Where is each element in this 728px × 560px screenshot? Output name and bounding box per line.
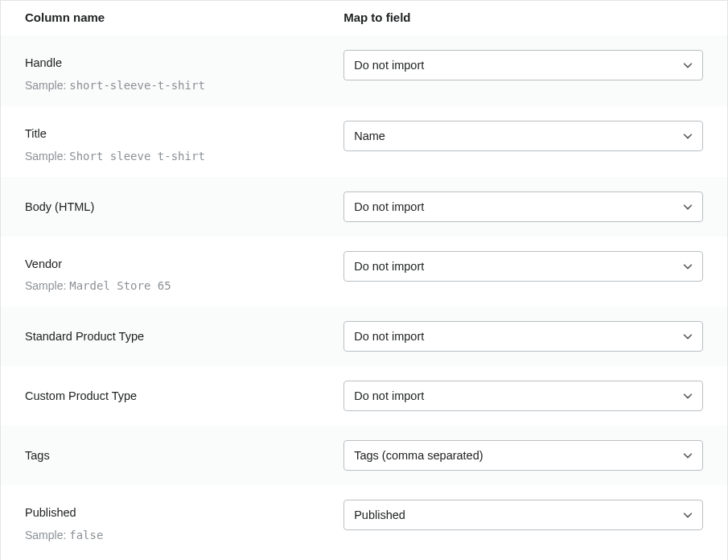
select-display[interactable]: Tags (comma separated) — [343, 440, 703, 471]
column-name-label: Published — [25, 500, 327, 522]
sample-label: Sample: — [25, 279, 69, 292]
column-info: TitleSample: Short sleeve t-shirt — [25, 121, 343, 163]
select-display[interactable]: Do not import — [343, 251, 703, 282]
select-value: Do not import — [354, 200, 424, 213]
map-field-cell: Do not import — [343, 381, 703, 411]
map-field-select[interactable]: Do not import — [343, 191, 703, 222]
column-name-label: Tags — [25, 440, 327, 465]
sample-line: Sample: Mardel Store 65 — [25, 279, 327, 292]
sample-line: Sample: false — [25, 529, 327, 541]
sample-value: Short sleeve t-shirt — [69, 150, 205, 163]
column-info: VendorSample: Mardel Store 65 — [25, 251, 343, 293]
sample-line: Sample: short-sleeve-t-shirt — [25, 79, 327, 92]
mapping-row: HandleSample: short-sleeve-t-shirtDo not… — [1, 35, 727, 106]
map-field-select[interactable]: Do not import — [343, 251, 703, 282]
select-value: Do not import — [354, 389, 424, 402]
column-info: Body (HTML) — [25, 191, 343, 216]
mapping-row: Custom Product TypeDo not import — [1, 366, 727, 426]
select-display[interactable]: Do not import — [343, 381, 703, 411]
mapping-row: Standard Product TypeDo not import — [1, 307, 727, 366]
select-value: Published — [354, 509, 405, 521]
map-field-select[interactable]: Do not import — [343, 321, 703, 352]
sample-value: Mardel Store 65 — [69, 279, 171, 292]
map-field-select[interactable]: Name — [343, 121, 703, 151]
select-display[interactable]: Do not import — [343, 321, 703, 352]
select-display[interactable]: Do not import — [343, 50, 703, 80]
column-info: Custom Product Type — [25, 381, 343, 406]
column-name-label: Title — [25, 121, 327, 143]
map-field-cell: Tags (comma separated) — [343, 440, 703, 471]
column-info: HandleSample: short-sleeve-t-shirt — [25, 50, 343, 92]
select-display[interactable]: Published — [343, 500, 703, 530]
column-info: Tags — [25, 440, 343, 465]
column-name-label: Body (HTML) — [25, 191, 327, 216]
map-field-cell: Name — [343, 121, 703, 151]
mapping-row: VendorSample: Mardel Store 65Do not impo… — [1, 237, 727, 307]
sample-label: Sample: — [25, 150, 69, 163]
import-mapping-table: Column name Map to field HandleSample: s… — [0, 0, 728, 560]
sample-value: short-sleeve-t-shirt — [69, 79, 205, 92]
map-field-cell: Do not import — [343, 191, 703, 222]
mapping-row: TitleSample: Short sleeve t-shirtName — [1, 106, 727, 177]
map-field-select[interactable]: Do not import — [343, 50, 703, 80]
sample-label: Sample: — [25, 529, 69, 541]
select-value: Do not import — [354, 330, 424, 343]
table-header: Column name Map to field — [1, 0, 727, 35]
map-field-select[interactable]: Do not import — [343, 381, 703, 411]
select-display[interactable]: Do not import — [343, 191, 703, 222]
mapping-row: PublishedSample: falsePublished — [1, 485, 727, 556]
column-name-label: Custom Product Type — [25, 381, 327, 406]
column-name-label: Vendor — [25, 251, 327, 274]
map-field-cell: Do not import — [343, 50, 703, 80]
column-info: PublishedSample: false — [25, 500, 343, 541]
header-column-name: Column name — [25, 10, 343, 24]
mapping-row: Body (HTML)Do not import — [1, 177, 727, 237]
sample-value: false — [69, 529, 103, 541]
mapping-row: TagsTags (comma separated) — [1, 426, 727, 485]
map-field-select[interactable]: Tags (comma separated) — [343, 440, 703, 471]
map-field-cell: Do not import — [343, 251, 703, 282]
select-value: Do not import — [354, 260, 424, 273]
column-name-label: Standard Product Type — [25, 321, 327, 346]
map-field-select[interactable]: Published — [343, 500, 703, 530]
sample-line: Sample: Short sleeve t-shirt — [25, 150, 327, 163]
column-name-label: Handle — [25, 50, 327, 72]
sample-label: Sample: — [25, 79, 69, 92]
header-map-to-field: Map to field — [343, 10, 703, 24]
select-value: Tags (comma separated) — [354, 449, 483, 462]
map-field-cell: Published — [343, 500, 703, 530]
map-field-cell: Do not import — [343, 321, 703, 352]
select-value: Name — [354, 130, 385, 142]
select-display[interactable]: Name — [343, 121, 703, 151]
column-info: Standard Product Type — [25, 321, 343, 346]
select-value: Do not import — [354, 59, 424, 72]
